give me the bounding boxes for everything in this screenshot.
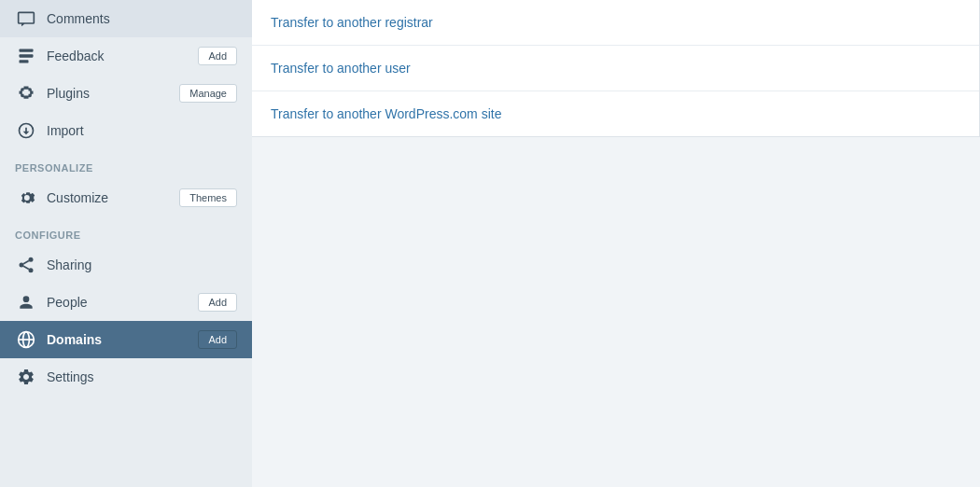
sidebar-item-label-settings: Settings [47, 369, 237, 384]
section-label-personalize: Personalize [0, 149, 252, 179]
sidebar-item-label-customize: Customize [47, 190, 179, 205]
section-label-configure: Configure [0, 216, 252, 246]
svg-point-4 [20, 263, 24, 268]
sidebar: CommentsFeedbackAddPluginsManageImportPe… [0, 0, 252, 487]
svg-rect-2 [20, 60, 29, 63]
transfer-list: Transfer to another registrarTransfer to… [252, 0, 980, 137]
sharing-icon [15, 256, 37, 274]
svg-point-3 [29, 257, 34, 262]
transfer-user[interactable]: Transfer to another user [252, 46, 979, 91]
sidebar-item-comments[interactable]: Comments [0, 0, 252, 37]
svg-line-7 [23, 260, 29, 263]
sidebar-item-label-sharing: Sharing [47, 257, 237, 272]
svg-rect-1 [20, 54, 34, 57]
sidebar-item-feedback[interactable]: FeedbackAdd [0, 37, 252, 75]
people-icon [15, 293, 37, 312]
sidebar-item-import[interactable]: Import [0, 112, 252, 149]
customize-button[interactable]: Themes [179, 188, 237, 207]
svg-rect-0 [20, 49, 34, 52]
plugins-button[interactable]: Manage [179, 84, 237, 103]
domains-button[interactable]: Add [198, 330, 237, 349]
domains-icon [15, 330, 37, 349]
sidebar-item-plugins[interactable]: PluginsManage [0, 75, 252, 112]
customize-icon [15, 188, 37, 207]
svg-line-6 [23, 266, 29, 269]
import-icon [15, 121, 37, 140]
feedback-button[interactable]: Add [198, 47, 237, 65]
sidebar-item-settings[interactable]: Settings [0, 358, 252, 396]
sidebar-item-label-import: Import [47, 123, 237, 138]
transfer-user-link[interactable]: Transfer to another user [271, 61, 411, 76]
sidebar-item-label-comments: Comments [47, 11, 237, 26]
main-content: Transfer to another registrarTransfer to… [252, 0, 980, 487]
transfer-site-link[interactable]: Transfer to another WordPress.com site [271, 106, 501, 121]
sidebar-item-sharing[interactable]: Sharing [0, 246, 252, 284]
transfer-registrar-link[interactable]: Transfer to another registrar [271, 15, 433, 30]
sidebar-item-label-plugins: Plugins [47, 86, 179, 101]
sidebar-item-label-feedback: Feedback [47, 49, 198, 63]
sidebar-item-customize[interactable]: CustomizeThemes [0, 179, 252, 216]
sidebar-item-label-people: People [47, 295, 198, 310]
sidebar-item-label-domains: Domains [47, 332, 198, 347]
comments-icon [15, 9, 37, 28]
sidebar-item-people[interactable]: PeopleAdd [0, 284, 252, 321]
transfer-site[interactable]: Transfer to another WordPress.com site [252, 91, 979, 136]
feedback-icon [15, 47, 37, 65]
plugins-icon [15, 84, 37, 103]
people-button[interactable]: Add [198, 293, 237, 312]
transfer-registrar[interactable]: Transfer to another registrar [252, 0, 979, 46]
sidebar-item-domains[interactable]: DomainsAdd [0, 321, 252, 358]
settings-icon [15, 368, 37, 386]
svg-point-5 [29, 268, 34, 272]
